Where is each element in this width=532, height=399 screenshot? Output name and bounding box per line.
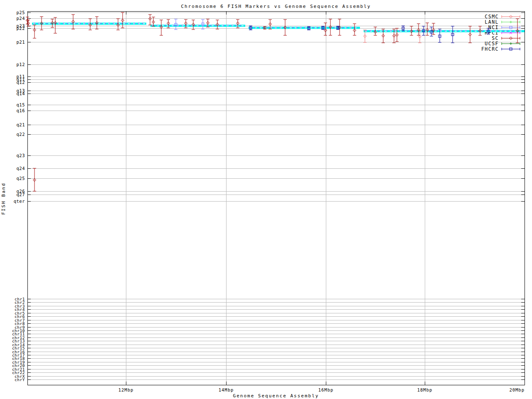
y-tick-p22: p22 <box>17 26 25 31</box>
y-tick-q24: q24 <box>17 166 25 171</box>
y-tick-chrY: chrY <box>15 377 25 382</box>
y-tick-q14: q14 <box>17 91 25 96</box>
y-tick-p25: p25 <box>17 10 25 15</box>
band-track <box>32 23 525 32</box>
legend-label-CSMC: CSMC <box>485 14 499 20</box>
y-tick-p24: p24 <box>17 16 25 21</box>
y-tick-qter: qter <box>14 199 25 204</box>
y-tick-labels: p25p24p23p22p21p12p11q11q12q13q14q15q16q… <box>12 10 25 382</box>
y-tick-q27: q27 <box>17 192 25 197</box>
y-tick-q22: q22 <box>17 132 25 137</box>
legend-row-SC: SC <box>492 35 520 41</box>
y-gridlines <box>27 13 525 380</box>
legend-label-LANL: LANL <box>485 19 499 25</box>
x-gridlines <box>126 11 525 385</box>
y-tick-q25: q25 <box>17 176 25 181</box>
x-tick-12Mbp: 12Mbp <box>118 387 134 392</box>
legend-label-FHCRC: FHCRC <box>481 46 499 52</box>
legend-label-UCSF: UCSF <box>485 41 499 47</box>
plot-border <box>28 12 525 385</box>
x-tick-labels: 12Mbp14Mbp16Mbp18Mbp20Mbp <box>118 387 525 392</box>
y-tick-p12: p12 <box>17 62 25 67</box>
legend: CSMCLANLNCIRPCISCUCSFFHCRC <box>481 14 520 52</box>
chart-container: p25p24p23p22p21p12p11q11q12q13q14q15q16q… <box>0 0 532 399</box>
series-SC <box>26 12 519 191</box>
fish-plot-svg: p25p24p23p22p21p12p11q11q12q13q14q15q16q… <box>0 0 532 399</box>
x-tick-18Mbp: 18Mbp <box>417 387 433 392</box>
x-axis-label: Genome Sequence Assembly <box>233 393 319 399</box>
series-NCI <box>174 19 204 30</box>
y-tick-q23: q23 <box>17 153 25 158</box>
y-tick-q16: q16 <box>17 108 25 113</box>
x-tick-14Mbp: 14Mbp <box>219 387 234 392</box>
y-tick-p21: p21 <box>17 39 25 44</box>
legend-row-NCI: NCI <box>488 25 520 30</box>
legend-row-LANL: LANL <box>485 19 520 25</box>
chart-title: Chromosome 6 FISH Markers vs Genome Sequ… <box>181 4 371 9</box>
y-tick-q12: q12 <box>17 80 25 85</box>
x-tick-16Mbp: 16Mbp <box>318 387 334 392</box>
legend-label-SC: SC <box>492 35 499 41</box>
legend-row-FHCRC: FHCRC <box>481 46 520 52</box>
y-tick-q21: q21 <box>17 122 25 127</box>
legend-row-UCSF: UCSF <box>485 41 520 47</box>
y-axis-label: FISH Band <box>1 182 6 215</box>
y-tick-q15: q15 <box>17 102 25 107</box>
x-tick-20Mbp: 20Mbp <box>509 387 525 392</box>
legend-label-NCI: NCI <box>488 25 499 30</box>
